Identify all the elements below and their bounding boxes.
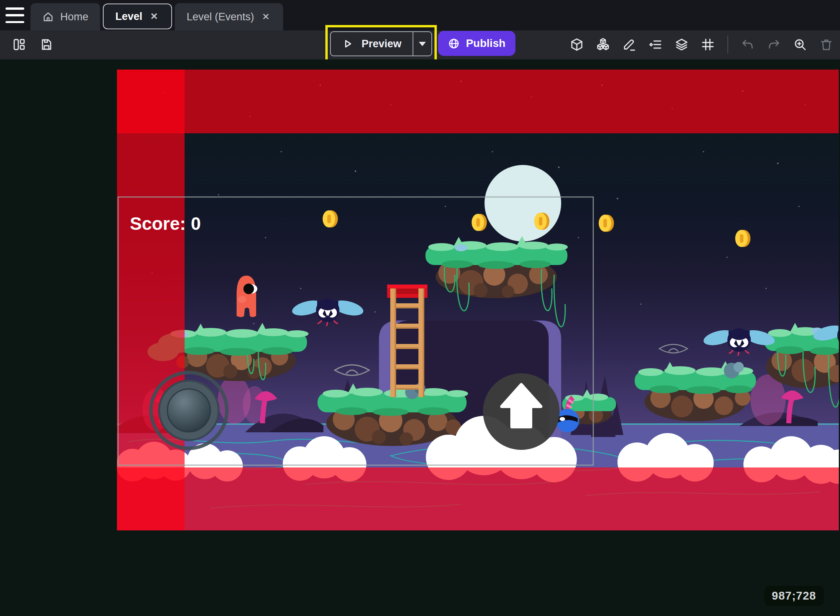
play-icon [342, 38, 354, 50]
globe-icon [448, 38, 460, 50]
toolbar-left [10, 34, 56, 55]
layout-columns-icon[interactable] [10, 34, 28, 55]
tab-level[interactable]: Level ✕ [103, 4, 172, 29]
coin[interactable] [599, 215, 614, 232]
toolbar: Preview Publish [0, 30, 840, 59]
tab-home-label: Home [60, 11, 88, 23]
moon[interactable] [485, 165, 561, 242]
hazard-band-bottom[interactable] [117, 467, 839, 530]
hazard-band-top[interactable] [117, 70, 839, 133]
app-root: Home Level ✕ Level (Events) ✕ [0, 0, 840, 616]
preview-label: Preview [361, 38, 401, 50]
redo-icon[interactable] [765, 34, 783, 55]
trash-icon[interactable] [817, 34, 835, 55]
hamburger-menu-icon[interactable] [5, 7, 24, 23]
save-icon[interactable] [38, 34, 56, 55]
coin[interactable] [323, 210, 338, 227]
close-icon[interactable]: ✕ [149, 11, 160, 22]
publish-label: Publish [466, 37, 505, 50]
tabs: Home Level ✕ Level (Events) ✕ [31, 3, 283, 30]
close-icon[interactable]: ✕ [260, 11, 271, 22]
undo-icon[interactable] [739, 34, 757, 55]
publish-button[interactable]: Publish [438, 31, 515, 56]
preview-options-button[interactable] [413, 32, 431, 56]
jump-button[interactable] [483, 373, 560, 450]
preview-split-button: Preview [330, 31, 432, 56]
preview-highlight-box: Preview [325, 25, 437, 63]
scene-editor-canvas[interactable]: Score: 0 987;728 [0, 59, 840, 616]
cursor-coordinates: 987;728 [765, 586, 824, 606]
grid-icon[interactable] [699, 34, 717, 55]
hazard-stripe-vertical[interactable] [117, 70, 185, 530]
object-cube-icon[interactable] [568, 34, 586, 55]
coin[interactable] [534, 213, 549, 230]
game-scene[interactable]: Score: 0 [117, 70, 839, 530]
tab-level-events-label: Level (Events) [187, 11, 254, 23]
hud-score-text[interactable]: Score: 0 [130, 213, 201, 234]
home-icon [42, 11, 54, 23]
joystick-control[interactable] [151, 372, 227, 448]
toolbar-right [568, 34, 840, 55]
layers-icon[interactable] [673, 34, 691, 55]
instances-cubes-icon[interactable] [594, 34, 612, 55]
tab-level-events[interactable]: Level (Events) ✕ [175, 3, 283, 30]
tab-level-label: Level [115, 11, 142, 23]
instance-list-icon[interactable] [646, 34, 664, 55]
coin[interactable] [472, 214, 487, 231]
toolbar-separator [727, 36, 728, 54]
platform[interactable] [635, 361, 756, 421]
zoom-in-icon[interactable] [791, 34, 809, 55]
edit-pencil-icon[interactable] [620, 34, 638, 55]
tab-home[interactable]: Home [31, 3, 100, 30]
coin[interactable] [735, 230, 750, 247]
caret-down-icon [419, 42, 426, 50]
preview-button[interactable]: Preview [331, 32, 412, 56]
